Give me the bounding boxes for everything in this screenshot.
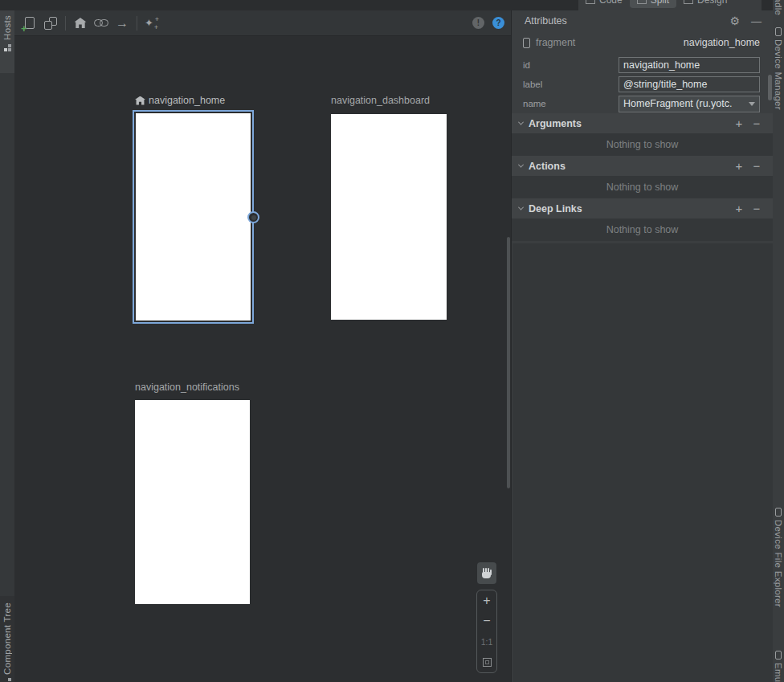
actions-empty-text: Nothing to show xyxy=(512,176,773,198)
chevron-down-icon xyxy=(518,162,524,168)
tab-design[interactable]: Design xyxy=(676,0,734,8)
destination-home-frame[interactable] xyxy=(133,110,254,324)
add-action-button[interactable]: → xyxy=(112,14,133,33)
zoom-to-fit-button[interactable] xyxy=(477,652,496,673)
tool-button-component-tree[interactable]: Component Tree xyxy=(0,596,14,682)
section-header-deep-links[interactable]: Deep Links + − xyxy=(512,198,773,218)
section-header-actions[interactable]: Actions + − xyxy=(512,156,773,176)
destination-dashboard-preview[interactable] xyxy=(331,114,447,320)
arguments-empty-text: Nothing to show xyxy=(512,133,773,156)
tab-code[interactable]: Code xyxy=(578,0,630,8)
home-icon xyxy=(75,18,87,28)
new-destination-button[interactable]: + xyxy=(19,14,40,33)
tool-button-gradle[interactable]: Gradle xyxy=(773,0,784,15)
add-deep-link-button[interactable]: + xyxy=(733,202,745,215)
hosts-label: Hosts xyxy=(2,15,12,40)
phone-icon xyxy=(775,508,782,517)
zoom-in-button[interactable]: + xyxy=(477,590,496,611)
assign-start-destination-button[interactable] xyxy=(70,14,91,33)
destination-label-text: navigation_notifications xyxy=(135,382,239,393)
emulator-label: Emulator xyxy=(774,663,783,682)
zoom-out-icon: − xyxy=(483,614,490,628)
component-id-label: navigation_home xyxy=(684,37,760,48)
device-file-explorer-label: Device File Explorer xyxy=(774,520,783,607)
hide-panel-icon[interactable]: — xyxy=(751,15,762,27)
chevron-down-icon xyxy=(518,120,524,125)
destination-label-text: navigation_home xyxy=(149,95,225,106)
add-argument-button[interactable]: + xyxy=(733,116,745,130)
code-icon xyxy=(586,0,595,4)
deep-links-title: Deep Links xyxy=(529,203,582,214)
right-tool-stripe: Gradle Device Manager Device File Explor… xyxy=(773,0,784,682)
attributes-panel: Attributes ⚙ — fragment navigation_home … xyxy=(511,10,773,682)
attributes-scrollbar[interactable] xyxy=(768,75,772,100)
destination-home-preview xyxy=(136,113,251,321)
toolbar-separator xyxy=(65,16,66,31)
destination-label-text: navigation_dashboard xyxy=(331,95,430,106)
chevron-down-icon xyxy=(518,205,524,210)
tool-button-emulator[interactable]: Emulator xyxy=(773,651,784,682)
name-field-label: name xyxy=(523,99,619,108)
phone-icon xyxy=(775,27,782,36)
zoom-out-button[interactable]: − xyxy=(477,611,496,632)
name-dropdown-value: HomeFragment (ru.yotc. xyxy=(619,96,744,112)
tool-button-hosts[interactable]: Hosts xyxy=(0,10,14,73)
destination-label-home[interactable]: navigation_home xyxy=(135,95,225,106)
remove-action-button[interactable]: − xyxy=(750,159,763,173)
zoom-controls: + − 1:1 xyxy=(476,590,497,673)
auto-arrange-button[interactable]: ✦++ xyxy=(141,14,162,33)
name-dropdown[interactable]: HomeFragment (ru.yotc. xyxy=(619,96,760,112)
selected-component-row: fragment navigation_home xyxy=(512,33,773,52)
nav-graph-canvas[interactable]: navigation_home navigation_dashboard nav… xyxy=(14,36,511,682)
component-tree-label: Component Tree xyxy=(2,602,12,675)
tab-split[interactable]: Split xyxy=(630,0,676,8)
auto-arrange-icon: ✦++ xyxy=(145,17,159,30)
split-icon xyxy=(637,0,647,4)
action-handle[interactable] xyxy=(247,211,259,223)
add-action-button-panel[interactable]: + xyxy=(733,159,745,173)
component-type-label: fragment xyxy=(536,37,575,48)
duplicate-button[interactable] xyxy=(40,14,61,33)
arguments-title: Arguments xyxy=(529,118,582,129)
help-icon[interactable]: ? xyxy=(492,17,504,29)
canvas-vertical-scrollbar[interactable] xyxy=(507,237,510,488)
left-tool-stripe: Hosts Component Tree xyxy=(0,0,14,682)
attributes-panel-header: Attributes ⚙ — xyxy=(512,10,773,31)
tool-button-device-file-explorer[interactable]: Device File Explorer xyxy=(773,508,784,607)
deep-link-button[interactable] xyxy=(91,14,112,33)
device-manager-label: Device Manager xyxy=(774,39,783,110)
new-destination-icon: + xyxy=(25,17,35,29)
nav-editor-toolbar: + → ✦++ ! ? xyxy=(14,10,511,36)
fragment-icon xyxy=(523,38,530,48)
pan-button[interactable] xyxy=(477,562,496,584)
field-row-label: label xyxy=(512,75,773,94)
navigation-editor-window: Code Split Design Hosts Component Tree xyxy=(0,0,784,682)
destination-label-dashboard[interactable]: navigation_dashboard xyxy=(331,95,430,106)
tool-button-device-manager[interactable]: Device Manager xyxy=(773,27,784,110)
gear-icon[interactable]: ⚙ xyxy=(729,14,740,27)
destination-notifications-preview[interactable] xyxy=(135,400,250,604)
section-header-arguments[interactable]: Arguments + − xyxy=(512,113,773,133)
action-arrow-icon: → xyxy=(116,17,129,30)
zoom-to-100-button[interactable]: 1:1 xyxy=(477,631,496,652)
dropdown-arrow-button[interactable] xyxy=(744,96,759,112)
deep-links-empty-text: Nothing to show xyxy=(512,218,773,241)
remove-deep-link-button[interactable]: − xyxy=(750,202,763,215)
tab-code-label: Code xyxy=(599,0,623,6)
remove-argument-button[interactable]: − xyxy=(750,116,763,130)
gradle-label: Gradle xyxy=(774,0,783,15)
chevron-down-icon xyxy=(749,102,755,106)
design-icon xyxy=(684,0,693,4)
id-field-label: id xyxy=(523,60,619,70)
deep-link-icon xyxy=(94,19,108,27)
label-field-label: label xyxy=(523,80,619,89)
pan-hand-icon xyxy=(482,568,492,578)
editor-mode-tabs: Code Split Design xyxy=(578,0,762,10)
label-field[interactable] xyxy=(619,76,760,92)
field-row-id: id xyxy=(512,55,773,75)
zoom-level-label: 1:1 xyxy=(481,637,493,647)
errors-icon[interactable]: ! xyxy=(472,17,484,29)
tab-split-label: Split xyxy=(651,0,669,6)
id-field[interactable] xyxy=(619,57,760,73)
destination-label-notifications[interactable]: navigation_notifications xyxy=(135,382,239,393)
